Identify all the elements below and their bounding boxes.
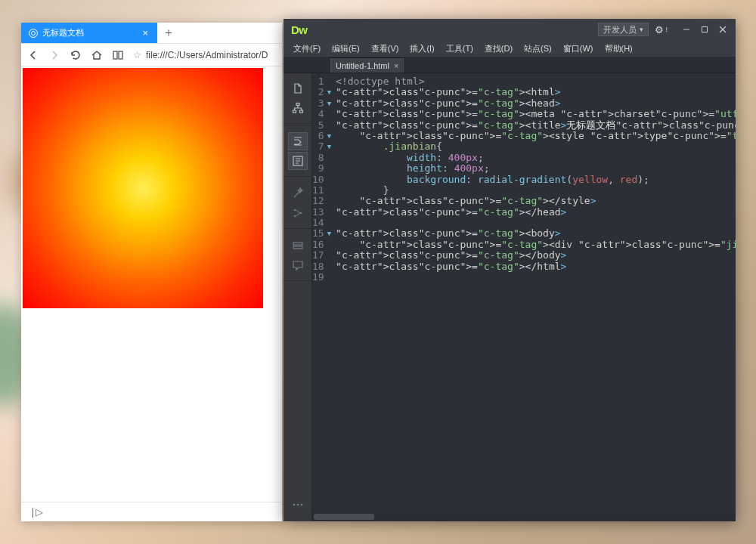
- browser-tabbar: 无标题文档 × ＋: [21, 23, 282, 44]
- back-button[interactable]: [27, 49, 39, 61]
- browser-window: 无标题文档 × ＋ ☆ file:///C:/Users/Administrat…: [21, 23, 282, 521]
- dw-menubar: 文件(F)编辑(E)查看(V)插入(I)工具(T)查找(D)站点(S)窗口(W)…: [284, 40, 736, 57]
- code-content[interactable]: <!doctype html>"c-attr">class"c-punc">="…: [331, 76, 736, 283]
- svg-point-15: [293, 504, 295, 506]
- workspace-label: 开发人员: [603, 24, 637, 36]
- apply-source-icon[interactable]: [288, 152, 308, 170]
- browser-tab-active[interactable]: 无标题文档 ×: [21, 23, 157, 43]
- menu-item[interactable]: 帮助(H): [600, 41, 638, 57]
- favorite-icon[interactable]: ☆: [133, 50, 141, 60]
- tab-title: 无标题文档: [42, 27, 136, 39]
- close-tab-icon[interactable]: ×: [141, 27, 150, 39]
- wand-icon[interactable]: [288, 184, 308, 202]
- window-controls: [678, 23, 731, 36]
- document-tab[interactable]: Untitled-1.html ×: [329, 57, 405, 73]
- rendered-gradient-box: [23, 68, 263, 308]
- menu-item[interactable]: 窗口(W): [558, 41, 599, 57]
- document-tabbar: Untitled-1.html ×: [284, 57, 736, 73]
- svg-rect-14: [293, 246, 302, 249]
- dw-body: 12345678910111213141516171819 ▼▼▼▼▼ <!do…: [284, 73, 736, 521]
- browser-toolbar: ☆ file:///C:/Users/Administrator/D: [21, 44, 282, 66]
- menu-item[interactable]: 站点(S): [519, 41, 557, 57]
- collapse-icon[interactable]: [288, 236, 308, 255]
- titlebar-right: 开发人员 ▾ ⚙!: [598, 23, 731, 36]
- reload-button[interactable]: [70, 49, 82, 61]
- browser-statusbar: ❘▷: [21, 502, 282, 521]
- svg-point-16: [296, 504, 299, 506]
- comment-icon[interactable]: [288, 256, 308, 274]
- dw-logo: Dw: [291, 23, 308, 36]
- format-source-icon[interactable]: [288, 132, 308, 150]
- page-viewport: [21, 66, 282, 502]
- menu-item[interactable]: 查看(V): [366, 41, 404, 57]
- menu-item[interactable]: 文件(F): [288, 41, 326, 57]
- page-icon: [29, 29, 38, 38]
- svg-rect-1: [119, 51, 122, 59]
- dw-titlebar: Dw 开发人员 ▾ ⚙!: [284, 19, 736, 40]
- svg-rect-13: [293, 243, 302, 245]
- forward-button[interactable]: [48, 49, 60, 61]
- minimize-button[interactable]: [678, 23, 695, 36]
- code-toolbar: [284, 73, 312, 521]
- close-button[interactable]: [714, 23, 731, 36]
- home-button[interactable]: [91, 49, 103, 61]
- line-number-gutter: 12345678910111213141516171819: [312, 76, 327, 283]
- gear-badge: !: [665, 26, 668, 33]
- workspace-dropdown[interactable]: 开发人员 ▾: [598, 23, 649, 36]
- more-icon[interactable]: [288, 496, 308, 514]
- menu-item[interactable]: 查找(D): [479, 41, 518, 57]
- menu-item[interactable]: 插入(I): [404, 41, 439, 57]
- svg-point-10: [294, 209, 296, 211]
- sync-settings-button[interactable]: ⚙!: [655, 24, 668, 36]
- new-tab-button[interactable]: ＋: [157, 23, 180, 43]
- step-forward-icon[interactable]: ❘▷: [29, 506, 42, 518]
- svg-rect-8: [299, 110, 302, 113]
- document-tab-label: Untitled-1.html: [336, 61, 389, 70]
- svg-point-17: [300, 504, 302, 506]
- svg-point-11: [294, 215, 296, 217]
- address-bar[interactable]: ☆ file:///C:/Users/Administrator/D: [133, 50, 276, 60]
- snippet-icon[interactable]: [288, 204, 308, 222]
- menu-item[interactable]: 编辑(E): [327, 41, 365, 57]
- dom-panel-icon[interactable]: [288, 99, 308, 117]
- horizontal-scrollbar[interactable]: [312, 512, 736, 521]
- dreamweaver-window: Dw 开发人员 ▾ ⚙! 文件(F)编辑(E)查看(V)插入(I)工具(T)查找…: [284, 19, 736, 521]
- scrollbar-thumb[interactable]: [314, 514, 374, 520]
- menu-item[interactable]: 工具(T): [441, 41, 479, 57]
- svg-point-12: [300, 212, 302, 214]
- svg-rect-3: [702, 27, 708, 32]
- code-view[interactable]: 12345678910111213141516171819 ▼▼▼▼▼ <!do…: [312, 73, 736, 512]
- chevron-down-icon: ▾: [640, 26, 643, 33]
- url-text: file:///C:/Users/Administrator/D: [146, 50, 268, 60]
- svg-rect-7: [293, 110, 296, 113]
- close-document-icon[interactable]: ×: [394, 61, 398, 70]
- svg-rect-6: [296, 104, 299, 106]
- reader-button[interactable]: [112, 49, 124, 61]
- file-manager-icon[interactable]: [288, 79, 308, 97]
- code-editor[interactable]: 12345678910111213141516171819 ▼▼▼▼▼ <!do…: [312, 73, 736, 521]
- svg-rect-0: [113, 51, 117, 59]
- maximize-button[interactable]: [696, 23, 713, 36]
